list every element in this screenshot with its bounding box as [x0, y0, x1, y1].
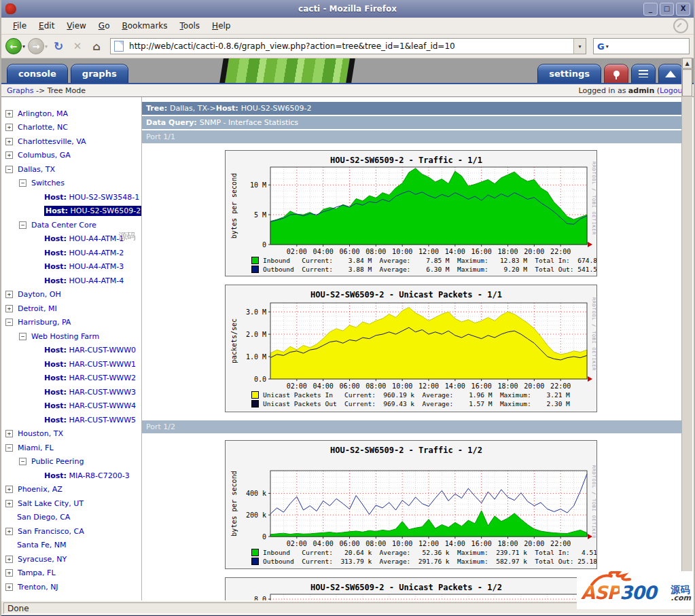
reload-button[interactable]: ↻	[50, 39, 67, 53]
menu-go[interactable]: Go	[92, 19, 116, 33]
tree-item-salt-lake-city-ut[interactable]: +Salt Lake City, UT	[1, 496, 141, 511]
tree-item-tampa-fl[interactable]: +Tampa, FL	[1, 566, 141, 581]
tree-item-detroit-mi[interactable]: +Detroit, MI	[1, 302, 141, 316]
menu-tools[interactable]: Tools	[174, 19, 207, 33]
tree-item-switches[interactable]: −Switches	[1, 177, 141, 191]
search-box[interactable]: G ▾	[593, 38, 690, 54]
tab-console[interactable]: console	[7, 64, 68, 83]
tree-item-host-hou-a4-atm-2[interactable]: Host: HOU-A4-ATM-2	[1, 246, 141, 260]
expand-icon[interactable]: +	[5, 291, 13, 298]
graph-panel[interactable]: HOU-S2-SW6509-2 - Unicast Packets - 1/28…	[225, 577, 597, 600]
tree-item-host-har-cust-www4[interactable]: Host: HAR-CUST-WWW4	[1, 399, 141, 414]
collapse-icon[interactable]: −	[5, 166, 13, 173]
tree-item-houston-tx[interactable]: +Houston, TX	[1, 427, 141, 441]
tab-settings[interactable]: settings	[537, 64, 601, 83]
back-button[interactable]: ← ▾	[5, 38, 25, 54]
collapse-icon[interactable]: −	[5, 444, 13, 452]
expand-icon[interactable]: +	[5, 430, 13, 437]
expand-icon[interactable]: +	[5, 305, 13, 312]
tree-item-host-hou-a4-atm-4[interactable]: Host: HOU-A4-ATM-4	[1, 274, 141, 288]
close-button[interactable]: X	[676, 3, 690, 16]
tree-item-arlington-ma[interactable]: +Arlington, MA	[1, 107, 141, 121]
expand-icon[interactable]: +	[5, 138, 13, 145]
expand-icon[interactable]: +	[5, 486, 13, 493]
menu-help[interactable]: Help	[206, 19, 236, 33]
forward-button[interactable]: → ▾	[28, 38, 48, 54]
menu-bookmarks[interactable]: Bookmarks	[115, 19, 173, 33]
tree-item-charlottesville-va[interactable]: +Charlottesville, VA	[1, 134, 141, 149]
tree-item-public-peering[interactable]: −Public Peering	[1, 455, 141, 469]
tree-item-host-hou-s2-sw3548-1[interactable]: Host: HOU-S2-SW3548-1	[1, 190, 141, 204]
tree-item-dayton-oh[interactable]: +Dayton, OH	[1, 288, 141, 302]
tree-item-harrisburg-pa[interactable]: −Harrisburg, PA	[1, 316, 141, 330]
tree-item-host-har-cust-www3[interactable]: Host: HAR-CUST-WWW3	[1, 385, 141, 399]
minimize-button[interactable]: _	[643, 3, 658, 16]
tree-item-trenton-nj[interactable]: +Trenton, NJ	[1, 580, 141, 594]
page-icon	[114, 41, 124, 52]
scroll-up-button[interactable]: ▲	[682, 58, 692, 69]
home-button[interactable]: ⌂	[88, 40, 105, 53]
collapse-icon[interactable]: −	[19, 458, 26, 465]
tree-item-label: Host: HAR-CUST-WWW1	[44, 360, 136, 369]
tree-item-dallas-tx[interactable]: −Dallas, TX	[1, 162, 141, 177]
tree-item-host-mia-r8-c7200-3[interactable]: Host: MIA-R8-C7200-3	[1, 469, 141, 483]
expand-icon[interactable]: +	[5, 528, 13, 535]
tree-item-san-diego-ca[interactable]: San Diego, CA	[1, 511, 141, 525]
list-view-button[interactable]	[631, 64, 656, 83]
expand-icon[interactable]: +	[5, 583, 13, 591]
tree-view-button[interactable]	[604, 64, 628, 83]
graph-panel[interactable]: HOU-S2-SW6509-2 - Unicast Packets - 1/10…	[225, 285, 597, 412]
search-input[interactable]	[609, 41, 695, 52]
menu-edit[interactable]: Edit	[33, 19, 60, 33]
tree-item-santa-fe-nm[interactable]: Santa Fe, NM	[1, 539, 141, 553]
tab-graphs[interactable]: graphs	[71, 64, 128, 83]
forward-dropdown-icon[interactable]: ▾	[45, 43, 48, 50]
page-scrollbar[interactable]: ▲ ▼	[681, 58, 692, 599]
scrollbar-thumb[interactable]	[682, 69, 692, 96]
stop-button[interactable]: ✕	[69, 40, 86, 52]
menu-view[interactable]: View	[60, 19, 92, 33]
menu-file[interactable]: File	[7, 19, 33, 33]
url-bar[interactable]: ▾	[110, 38, 586, 54]
svg-text:14:00: 14:00	[445, 248, 465, 255]
tree-item-host-har-cust-www1[interactable]: Host: HAR-CUST-WWW1	[1, 357, 141, 372]
collapse-icon[interactable]: −	[19, 221, 26, 229]
tree-item-host-har-cust-www2[interactable]: Host: HAR-CUST-WWW2	[1, 372, 141, 386]
url-input[interactable]	[128, 41, 573, 52]
expand-icon[interactable]: +	[5, 151, 13, 159]
svg-text:packets/sec: packets/sec	[230, 319, 238, 363]
tree-item-phoenix-az[interactable]: +Phoenix, AZ	[1, 483, 141, 497]
back-dropdown-icon[interactable]: ▾	[22, 43, 25, 50]
tree-item-web-hosting-farm[interactable]: −Web Hosting Farm	[1, 329, 141, 344]
svg-text:10:00: 10:00	[392, 540, 412, 547]
tree-item-san-francisco-ca[interactable]: +San Francisco, CA	[1, 524, 141, 539]
tree-item-label: Host: HAR-CUST-WWW5	[44, 416, 136, 424]
tree-item-charlotte-nc[interactable]: +Charlotte, NC	[1, 121, 141, 135]
maximize-button[interactable]: □	[660, 3, 674, 16]
legend-text: Unicast Packets Out Current: 969.43 k Av…	[263, 400, 570, 407]
collapse-icon[interactable]: −	[5, 319, 13, 326]
graph-panel[interactable]: HOU-S2-SW6509-2 - Traffic - 1/102:0004:0…	[225, 150, 597, 276]
breadcrumb-graphs-link[interactable]: Graphs	[7, 86, 33, 95]
tree-item-host-har-cust-www0[interactable]: Host: HAR-CUST-WWW0	[1, 344, 141, 358]
tree-item-miami-fl[interactable]: −Miami, FL	[1, 441, 141, 455]
expand-icon[interactable]: +	[5, 500, 13, 507]
tree-item-label: Host: HOU-A4-ATM-3	[44, 262, 124, 271]
graph-panel[interactable]: HOU-S2-SW6509-2 - Traffic - 1/202:0004:0…	[225, 440, 597, 569]
svg-text:16:00: 16:00	[471, 382, 492, 390]
logo-300-text: 300	[620, 582, 656, 603]
preview-view-button[interactable]	[658, 64, 683, 83]
expand-icon[interactable]: +	[5, 569, 13, 577]
expand-icon[interactable]: +	[5, 110, 13, 117]
tree-item-host-hou-a4-atm-3[interactable]: Host: HOU-A4-ATM-3	[1, 260, 141, 274]
graph-tree-sidebar: +Arlington, MA+Charlotte, NC+Charlottesv…	[1, 97, 142, 600]
tree-item-syracuse-ny[interactable]: +Syracuse, NY	[1, 552, 141, 566]
expand-icon[interactable]: +	[5, 556, 13, 563]
tree-item-columbus-ga[interactable]: +Columbus, GA	[1, 149, 141, 163]
expand-icon[interactable]: +	[5, 124, 13, 131]
url-dropdown-button[interactable]: ▾	[573, 39, 586, 54]
tree-item-host-har-cust-www5[interactable]: Host: HAR-CUST-WWW5	[1, 413, 141, 427]
collapse-icon[interactable]: −	[19, 179, 26, 187]
tree-item-host-hou-s2-sw6509-2[interactable]: Host: HOU-S2-SW6509-2	[1, 204, 141, 219]
collapse-icon[interactable]: −	[19, 333, 26, 340]
